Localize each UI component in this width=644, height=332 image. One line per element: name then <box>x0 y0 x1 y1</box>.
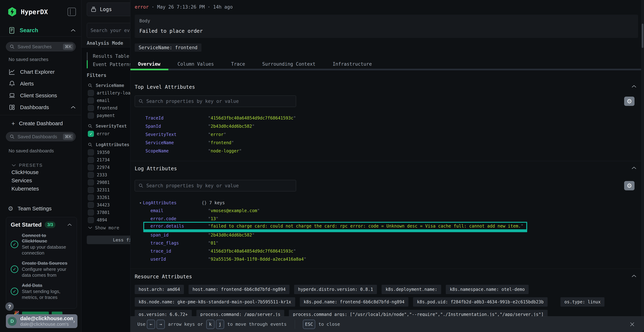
checkbox[interactable] <box>88 202 94 208</box>
attribute-row[interactable]: trace_flags"01" <box>150 239 218 247</box>
attribute-row[interactable]: ScopeName"node-logger" <box>146 147 242 155</box>
mode-results-table[interactable]: Results Table <box>93 52 129 60</box>
tab-surrounding-context[interactable]: Surrounding Context <box>262 61 316 67</box>
collapse-sidebar-icon[interactable] <box>68 8 76 16</box>
attribute-value[interactable]: vmoses@example.com <box>210 208 257 213</box>
preset-kubernetes[interactable]: Kubernetes <box>0 184 81 193</box>
checkbox[interactable] <box>88 157 94 163</box>
attributes-settings-button[interactable]: ⚙ <box>624 96 634 106</box>
help-button[interactable]: ? <box>5 302 14 311</box>
filter-option[interactable]: 29081 <box>88 179 110 186</box>
checkbox[interactable] <box>88 164 94 170</box>
attribute-value[interactable]: 13 <box>210 216 216 221</box>
filter-option[interactable]: 21734 <box>88 157 110 163</box>
checkbox[interactable] <box>88 112 94 118</box>
resource-chip[interactable]: os.type: linux <box>560 297 604 306</box>
checkbox[interactable] <box>88 194 94 200</box>
mode-event-patterns[interactable]: Event Patterns <box>93 60 130 68</box>
tab-column-values[interactable]: Column Values <box>178 61 214 67</box>
checkbox[interactable] <box>88 105 94 111</box>
sidebar-item-team-settings[interactable]: ⚙ Team Settings <box>0 203 81 214</box>
show-more-button[interactable]: Show more <box>88 225 119 231</box>
tab-trace[interactable]: Trace <box>231 61 245 67</box>
filter-option-error[interactable]: ✓error <box>88 130 110 137</box>
resource-chip[interactable]: k8s.pod.uid: f284fb2d-a0b3-4634-991b-e2c… <box>413 297 548 306</box>
resource-chip[interactable]: host.name: frontend-6b6c8d7bfd-ng894 <box>188 285 290 294</box>
attribute-row[interactable]: SeverityText"error" <box>146 130 226 138</box>
highlighted-attribute-row-error-details[interactable]: error.details "failed to charge card: co… <box>143 222 527 232</box>
event-search-input[interactable]: Search your ev <box>87 23 130 38</box>
attribute-value[interactable]: 2b43d0c4dd6bc582 <box>210 124 252 129</box>
chevron-up-icon[interactable] <box>631 166 637 170</box>
filter-option[interactable]: 37801 <box>88 209 110 216</box>
attribute-key[interactable]: ScopeName <box>146 148 208 154</box>
resource-chip[interactable]: hyperdx.distro.version: 0.8.1 <box>294 285 377 294</box>
filter-option[interactable]: artillery-loa <box>88 90 130 96</box>
filter-group-servicename[interactable]: ServiceName <box>88 83 124 88</box>
attribute-key[interactable]: error.code <box>150 216 208 221</box>
service-name-tag[interactable]: ServiceName: frontend <box>135 44 202 52</box>
attribute-key[interactable]: SeverityText <box>146 132 208 137</box>
sidebar-item-client-sessions[interactable]: Client Sessions <box>0 90 81 102</box>
attributes-settings-button[interactable]: ⚙ <box>624 181 634 190</box>
resource-chip[interactable]: k8s.node.name: gke-pme-k8s-standard-main… <box>135 297 295 306</box>
get-started-item[interactable]: ✓ Connect to ClickHouse Set up your data… <box>11 233 72 256</box>
attribute-value[interactable]: node-logger <box>210 148 239 154</box>
attribute-row[interactable]: SpanId"2b43d0c4dd6bc582" <box>146 122 254 130</box>
attribute-key[interactable]: SpanId <box>146 124 208 129</box>
attribute-row[interactable]: trace_id"4156d3fbc40a64854d9dc7f68641593… <box>150 247 296 255</box>
sidebar-item-alerts[interactable]: Alerts <box>0 78 81 90</box>
attribute-row[interactable]: TraceId"4156d3fbc40a64854d9dc7f68641593c… <box>146 114 296 122</box>
resource-chip[interactable]: k8s.deployment.name: <box>382 285 441 294</box>
preset-clickhouse[interactable]: ClickHouse <box>0 168 81 176</box>
saved-searches-input[interactable]: Saved Searches ⌘K <box>6 42 76 51</box>
saved-dashboards-input[interactable]: Saved Dashboards ⌘K <box>6 132 76 141</box>
filter-option[interactable]: 2333 <box>88 172 107 178</box>
attribute-key[interactable]: trace_id <box>150 249 208 254</box>
attribute-row[interactable]: userId"92a55156-39a4-11f0-8ddd-a2eca416a… <box>150 255 306 263</box>
attribute-value[interactable]: failed to charge card: could not charge … <box>210 224 521 228</box>
tab-infrastructure[interactable]: Infrastructure <box>332 61 372 67</box>
filter-option[interactable]: frontend <box>88 105 118 111</box>
attribute-key[interactable]: ServiceName <box>146 140 208 145</box>
chevron-up-icon[interactable] <box>70 106 76 109</box>
get-started-item[interactable]: ✓ Create Data Sources Configure where yo… <box>11 260 72 278</box>
checkbox[interactable] <box>88 180 94 186</box>
attribute-value[interactable]: 4156d3fbc40a64854d9dc7f68641593c <box>210 249 293 254</box>
sidebar-item-dashboards[interactable]: Dashboards <box>0 102 81 113</box>
checkbox[interactable] <box>88 217 94 223</box>
attribute-key[interactable]: TraceId <box>146 116 208 120</box>
attribute-key[interactable]: userId <box>150 257 208 262</box>
attribute-row[interactable]: ServiceName"frontend" <box>146 139 234 147</box>
attribute-key[interactable]: trace_flags <box>150 240 208 246</box>
sidebar-item-chart-explorer[interactable]: Chart Explorer <box>0 66 81 78</box>
get-started-item[interactable]: ✓ Add Data Start sending logs, metrics, … <box>11 283 72 300</box>
filter-option[interactable]: 22974 <box>88 164 110 171</box>
less-filters-button[interactable]: Less fil <box>87 236 130 244</box>
attribute-value[interactable]: error <box>210 132 224 137</box>
checkbox[interactable] <box>88 172 94 178</box>
checkbox[interactable] <box>88 210 94 216</box>
close-panel-button[interactable] <box>628 320 637 329</box>
chevron-up-icon[interactable] <box>67 223 72 226</box>
log-attributes-search-input[interactable]: Search properties by key or value <box>135 180 296 192</box>
filter-group-logattributes[interactable]: LogAttributes <box>88 142 129 148</box>
attribute-value[interactable]: 01 <box>210 240 216 246</box>
source-select[interactable]: Logs <box>87 2 130 16</box>
checkbox[interactable] <box>88 187 94 193</box>
attribute-value[interactable]: 4156d3fbc40a64854d9dc7f68641593c <box>210 116 293 120</box>
create-dashboard-button[interactable]: + Create Dashboard <box>12 118 81 129</box>
filter-group-severitytext[interactable]: SeverityText <box>88 123 127 129</box>
scrollbar-track[interactable] <box>641 0 644 332</box>
chevron-up-icon[interactable] <box>631 274 637 278</box>
attribute-row[interactable]: email"vmoses@example.com" <box>150 207 260 215</box>
attribute-row[interactable]: span_id"2b43d0c4dd6bc582" <box>150 231 254 239</box>
checkbox[interactable] <box>88 98 94 104</box>
logattributes-tree-toggle[interactable]: ▾ LogAttributes {} 7 keys <box>139 199 225 207</box>
filter-option[interactable]: 33261 <box>88 194 110 201</box>
attribute-key[interactable]: span_id <box>150 232 208 238</box>
presets-toggle[interactable]: PRESETS <box>12 162 81 168</box>
resource-chip[interactable]: k8s.pod.name: frontend-6b6c8d7bfd-ng894 <box>300 297 408 306</box>
filter-option[interactable]: payment <box>88 112 115 119</box>
preset-services[interactable]: Services <box>0 176 81 184</box>
